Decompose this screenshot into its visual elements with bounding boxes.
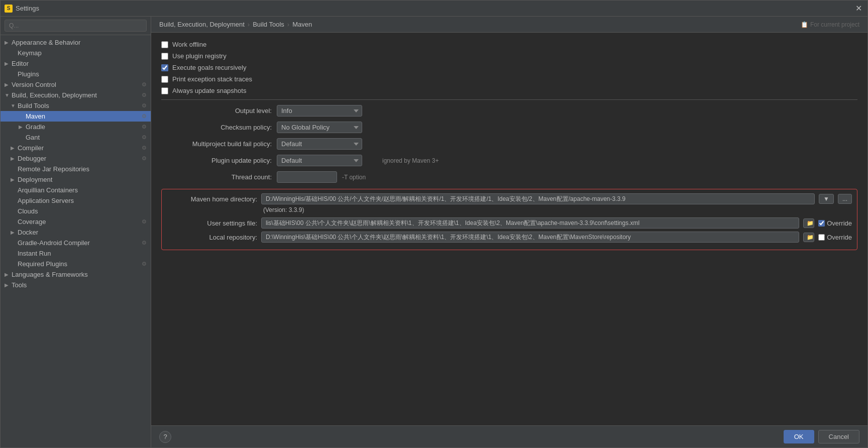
sidebar-label-tools: Tools bbox=[12, 281, 147, 289]
sidebar-label-languages-frameworks: Languages & Frameworks bbox=[12, 271, 147, 278]
tree-icon-compiler: ⚙ bbox=[142, 145, 147, 151]
user-settings-override-checkbox[interactable] bbox=[818, 220, 825, 227]
sidebar-label-required-plugins: Required Plugins bbox=[18, 260, 140, 268]
sidebar-item-version-control[interactable]: Version Control⚙ bbox=[1, 79, 151, 90]
close-button[interactable]: ✕ bbox=[853, 4, 863, 14]
sidebar-item-instant-run[interactable]: Instant Run bbox=[1, 248, 151, 259]
user-settings-override-label[interactable]: Override bbox=[827, 219, 852, 227]
always-update-snapshots-checkbox[interactable] bbox=[161, 87, 168, 94]
sidebar-label-plugins: Plugins bbox=[18, 70, 147, 78]
cancel-button[interactable]: Cancel bbox=[818, 430, 859, 443]
maven-section: Maven home directory: ▼ ... (Version: 3.… bbox=[161, 189, 857, 250]
tree-arrow-deployment bbox=[11, 177, 18, 182]
tree-arrow-editor bbox=[5, 61, 12, 66]
plugin-update-policy-select[interactable]: Default Always Never Interval bbox=[277, 155, 362, 166]
tree-icon-required-plugins: ⚙ bbox=[142, 261, 147, 267]
maven-home-label: Maven home directory: bbox=[167, 195, 257, 203]
maven-home-browse-btn[interactable]: ... bbox=[838, 194, 852, 204]
local-repo-browse-btn[interactable]: 📁 bbox=[803, 233, 814, 242]
local-repo-input[interactable] bbox=[261, 232, 799, 243]
sidebar-item-keymap[interactable]: Keymap bbox=[1, 48, 151, 58]
sidebar-label-docker: Docker bbox=[18, 229, 147, 236]
sidebar-item-plugins[interactable]: Plugins bbox=[1, 69, 151, 79]
multiproject-policy-select[interactable]: Default Fail Fast Fail at End Never Fail bbox=[277, 138, 362, 150]
sidebar-item-languages-frameworks[interactable]: Languages & Frameworks bbox=[1, 269, 151, 280]
execute-goals-label[interactable]: Execute goals recursively bbox=[172, 64, 246, 71]
sidebar-item-docker[interactable]: Docker bbox=[1, 227, 151, 238]
ok-button[interactable]: OK bbox=[784, 430, 814, 443]
sidebar-item-gant[interactable]: Gant⚙ bbox=[1, 132, 151, 143]
sidebar-item-remote-jar-repositories[interactable]: Remote Jar Repositories bbox=[1, 164, 151, 174]
sidebar-tree: Appearance & BehaviorKeymapEditorPlugins… bbox=[1, 35, 151, 447]
breadcrumb-part-2: Build Tools bbox=[253, 21, 284, 28]
work-offline-label[interactable]: Work offline bbox=[172, 41, 206, 48]
sidebar-label-gant: Gant bbox=[26, 134, 140, 141]
tree-arrow-compiler bbox=[11, 145, 18, 151]
tree-icon-gradle-android-compiler: ⚙ bbox=[142, 240, 147, 246]
sidebar-label-arquillian-containers: Arquillian Containers bbox=[18, 186, 147, 194]
maven-home-dropdown-btn[interactable]: ▼ bbox=[819, 194, 834, 204]
sidebar-item-required-plugins[interactable]: Required Plugins⚙ bbox=[1, 259, 151, 269]
breadcrumb-note-text: For current project bbox=[810, 21, 859, 28]
use-plugin-registry-checkbox[interactable] bbox=[161, 53, 168, 60]
sidebar-item-gradle[interactable]: Gradle⚙ bbox=[1, 122, 151, 132]
always-update-snapshots-label[interactable]: Always update snapshots bbox=[172, 87, 246, 94]
checkbox-always-update-row: Always update snapshots bbox=[161, 87, 857, 94]
app-icon: S bbox=[5, 5, 13, 13]
sidebar-item-deployment[interactable]: Deployment bbox=[1, 174, 151, 185]
local-repo-override-checkbox[interactable] bbox=[818, 234, 825, 241]
maven-home-row: Maven home directory: ▼ ... bbox=[167, 193, 852, 204]
local-repo-override: Override bbox=[818, 234, 852, 241]
tree-arrow-languages-frameworks bbox=[5, 272, 12, 277]
title-bar: S Settings ✕ bbox=[1, 1, 867, 17]
sidebar-item-editor[interactable]: Editor bbox=[1, 58, 151, 69]
breadcrumb-part-1: Build, Execution, Deployment bbox=[159, 21, 245, 28]
tree-icon-debugger: ⚙ bbox=[142, 155, 147, 162]
breadcrumb-note-icon: 📋 bbox=[801, 21, 808, 28]
sidebar-item-gradle-android-compiler[interactable]: Gradle-Android Compiler⚙ bbox=[1, 238, 151, 248]
window-title: Settings bbox=[16, 5, 39, 12]
sidebar-item-debugger[interactable]: Debugger⚙ bbox=[1, 153, 151, 164]
sidebar-item-appearance[interactable]: Appearance & Behavior bbox=[1, 37, 151, 48]
tree-icon-gant: ⚙ bbox=[142, 134, 147, 141]
sidebar-item-maven[interactable]: Maven⚙ bbox=[1, 111, 151, 122]
multiproject-policy-label: Multiproject build fail policy: bbox=[161, 140, 272, 148]
sidebar-item-arquillian-containers[interactable]: Arquillian Containers bbox=[1, 185, 151, 195]
sidebar-item-tools[interactable]: Tools bbox=[1, 280, 151, 290]
plugin-update-policy-control: Default Always Never Interval bbox=[277, 155, 377, 166]
sidebar-item-build-tools[interactable]: Build Tools⚙ bbox=[1, 100, 151, 111]
thread-count-row: Thread count: -T option bbox=[161, 171, 857, 183]
checkbox-plugin-registry-row: Use plugin registry bbox=[161, 52, 857, 60]
local-repo-override-label[interactable]: Override bbox=[827, 234, 852, 241]
work-offline-checkbox[interactable] bbox=[161, 41, 168, 48]
breadcrumb-part-3: Maven bbox=[292, 21, 312, 28]
print-exception-checkbox[interactable] bbox=[161, 76, 168, 83]
user-settings-browse-btn[interactable]: 📁 bbox=[803, 218, 814, 228]
sidebar-label-instant-run: Instant Run bbox=[18, 250, 147, 257]
sidebar-label-build-tools: Build Tools bbox=[18, 102, 140, 109]
sidebar-label-appearance: Appearance & Behavior bbox=[12, 39, 147, 46]
execute-goals-checkbox[interactable] bbox=[161, 64, 168, 71]
plugin-update-policy-label: Plugin update policy: bbox=[161, 157, 272, 164]
search-input[interactable] bbox=[5, 20, 147, 32]
print-exception-label[interactable]: Print exception stack traces bbox=[172, 75, 252, 83]
maven-home-input[interactable] bbox=[261, 193, 815, 204]
sidebar-item-coverage[interactable]: Coverage⚙ bbox=[1, 216, 151, 227]
multiproject-policy-row: Multiproject build fail policy: Default … bbox=[161, 138, 857, 150]
sidebar-item-build-execution-deployment[interactable]: Build, Execution, Deployment⚙ bbox=[1, 90, 151, 100]
divider bbox=[161, 99, 857, 100]
thread-count-input[interactable] bbox=[277, 171, 337, 183]
output-level-select[interactable]: Info Debug Verbose Quiet bbox=[277, 105, 362, 117]
user-settings-row: User settings file: 📁 Override bbox=[167, 217, 852, 229]
sidebar-label-editor: Editor bbox=[12, 60, 147, 67]
checksum-policy-select[interactable]: No Global Policy Fail Warn Ignore bbox=[277, 122, 362, 133]
use-plugin-registry-label[interactable]: Use plugin registry bbox=[172, 52, 227, 60]
sidebar-item-compiler[interactable]: Compiler⚙ bbox=[1, 143, 151, 153]
help-button[interactable]: ? bbox=[159, 431, 171, 443]
user-settings-input[interactable] bbox=[261, 217, 799, 229]
sidebar-item-application-servers[interactable]: Application Servers bbox=[1, 195, 151, 206]
sidebar-label-deployment: Deployment bbox=[18, 176, 147, 183]
plugin-update-policy-row: Plugin update policy: Default Always Nev… bbox=[161, 155, 857, 166]
sidebar-label-build-execution-deployment: Build, Execution, Deployment bbox=[12, 91, 140, 99]
sidebar-item-clouds[interactable]: Clouds bbox=[1, 206, 151, 216]
